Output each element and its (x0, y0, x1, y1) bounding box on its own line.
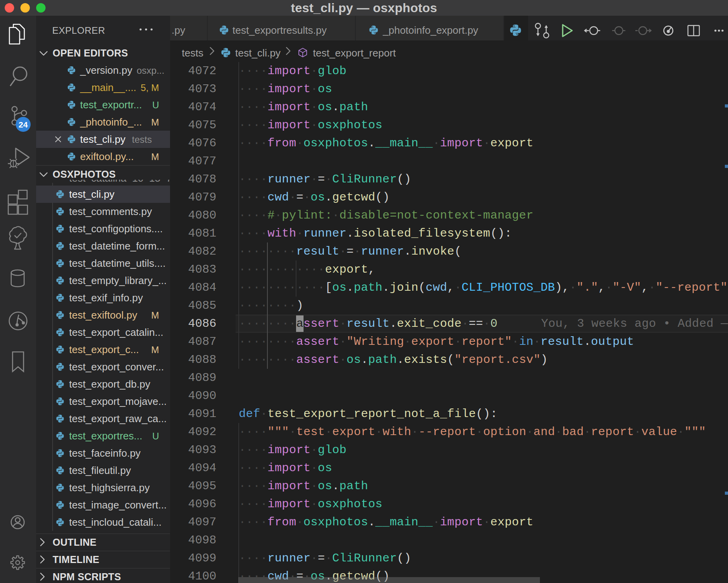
svg-text:24: 24 (18, 120, 28, 129)
